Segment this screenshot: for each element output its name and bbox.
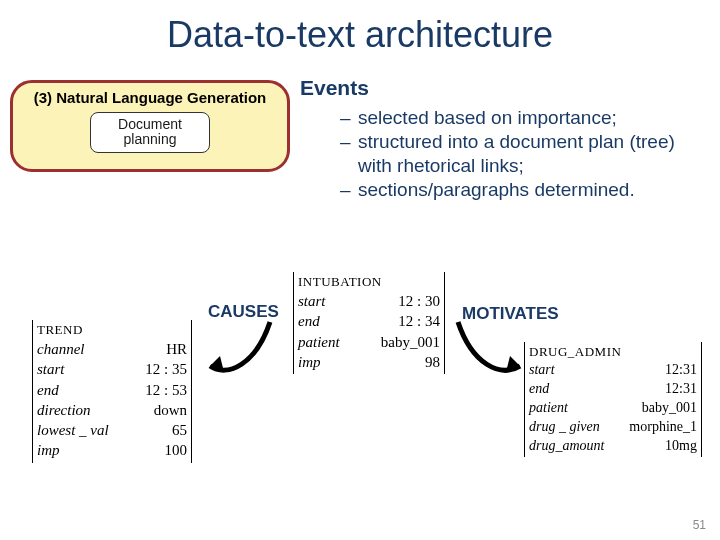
table-row: start12:31 [529, 361, 697, 380]
intubation-table: INTUBATION start12 : 30 end12 : 34 patie… [293, 272, 445, 374]
table-row: directiondown [37, 400, 187, 420]
table-row: end12:31 [529, 380, 697, 399]
panel-heading: (3) Natural Language Generation [23, 89, 277, 106]
table-row: channelHR [37, 339, 187, 359]
causes-label: CAUSES [208, 302, 279, 322]
causes-arrow-icon [198, 316, 288, 392]
nlg-panel: (3) Natural Language Generation Document… [10, 80, 290, 172]
page-number: 51 [693, 518, 706, 532]
page-title: Data-to-text architecture [0, 0, 720, 56]
table-row: start12 : 35 [37, 359, 187, 379]
table-row: end12 : 53 [37, 380, 187, 400]
drug-admin-table: DRUG_ADMIN start12:31 end12:31 patientba… [524, 342, 702, 457]
list-item: selected based on importance; [340, 106, 710, 130]
table-header: INTUBATION [298, 274, 440, 290]
svg-marker-0 [210, 356, 224, 372]
table-header: TREND [37, 322, 187, 338]
table-row: drug _ givenmorphine_1 [529, 418, 697, 437]
list-item: sections/paragraphs determined. [340, 178, 710, 202]
svg-marker-1 [506, 356, 520, 372]
list-item: structured into a document plan (tree) w… [340, 130, 710, 178]
table-row: end12 : 34 [298, 311, 440, 331]
motivates-label: MOTIVATES [462, 304, 559, 324]
table-header: DRUG_ADMIN [529, 344, 697, 360]
events-list: selected based on importance; structured… [300, 106, 710, 202]
events-block: Events selected based on importance; str… [300, 76, 710, 202]
events-heading: Events [300, 76, 710, 100]
trend-table: TREND channelHR start12 : 35 end12 : 53 … [32, 320, 192, 463]
table-row: patientbaby_001 [298, 332, 440, 352]
table-row: imp100 [37, 440, 187, 460]
table-row: start12 : 30 [298, 291, 440, 311]
table-row: drug_amount10mg [529, 437, 697, 456]
table-row: patientbaby_001 [529, 399, 697, 418]
table-row: lowest _ val65 [37, 420, 187, 440]
table-row: imp98 [298, 352, 440, 372]
document-planning-box: Document planning [90, 112, 210, 153]
